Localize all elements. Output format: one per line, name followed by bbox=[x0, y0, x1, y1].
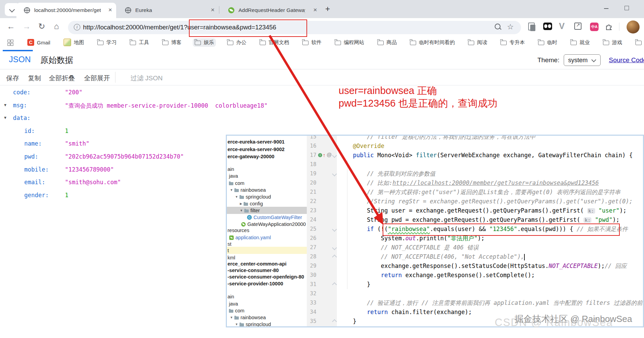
home-button[interactable]: ⌂ bbox=[54, 22, 59, 31]
reload-button[interactable]: ↻ bbox=[38, 22, 45, 31]
copy-button[interactable]: 复制 bbox=[28, 74, 41, 83]
code-line-30[interactable]: return exchange.getResponse().setComplet… bbox=[337, 271, 644, 280]
copy-extension-icon[interactable] bbox=[528, 23, 535, 30]
fold-down-icon[interactable] bbox=[332, 227, 337, 232]
filter-json-input[interactable]: 过滤 JSON bbox=[131, 74, 163, 83]
bookmark-学习[interactable]: 学习 bbox=[95, 38, 119, 47]
bookmark-娱乐[interactable]: 娱乐 bbox=[193, 38, 216, 47]
viewer-tab-raw[interactable]: 原始数据 bbox=[40, 55, 73, 66]
source-code-link[interactable]: Source Code bbox=[609, 56, 644, 64]
tree-item-erce-eureka-server-9001[interactable]: erce-eureka-server-9001 bbox=[228, 138, 285, 145]
profile-avatar[interactable] bbox=[627, 21, 640, 33]
tree-item--service-consumer-openfeign-80[interactable]: -service-consumer-openfeign-80 bbox=[228, 273, 304, 280]
bookmark-阅读[interactable]: 阅读 bbox=[466, 38, 489, 47]
bookmark-办公[interactable]: 办公 bbox=[225, 38, 248, 47]
browser-tab-1[interactable]: localhost:20000/member/get× bbox=[16, 3, 116, 18]
collapse-arrow-icon[interactable]: ▼ bbox=[4, 103, 6, 107]
apps-grid-icon[interactable] bbox=[8, 40, 13, 45]
tree-item-kml[interactable]: kml bbox=[228, 254, 235, 261]
tree-item-st[interactable]: st bbox=[228, 241, 231, 247]
tree-item-springcloud[interactable]: ▼springcloud bbox=[235, 193, 271, 200]
site-info-icon[interactable]: i bbox=[74, 24, 80, 30]
theme-select[interactable]: system bbox=[564, 54, 601, 66]
browser-tab-2[interactable]: Eureka× bbox=[118, 3, 219, 18]
new-tab-button[interactable]: + bbox=[325, 4, 330, 14]
code-line-29[interactable]: exchange.getResponse().setStatusCode(Htt… bbox=[337, 261, 644, 271]
tree-item-CustomGateWayFilter[interactable]: CCustomGateWayFilter bbox=[247, 214, 302, 221]
bookmark-商品[interactable]: 商品 bbox=[375, 38, 399, 47]
translate-extension-icon[interactable]: 中A bbox=[590, 23, 599, 31]
tree-item-erce-gateway-20000[interactable]: erce-gateway-20000 bbox=[228, 153, 274, 160]
collapse-arrow-icon[interactable]: ▼ bbox=[4, 116, 6, 120]
back-button[interactable]: ← bbox=[7, 22, 15, 31]
code-line-16[interactable]: @Override bbox=[337, 141, 644, 151]
tree-item-application.yaml[interactable]: application.yaml bbox=[229, 234, 271, 241]
code-line-17[interactable]: public Mono<Void> filter(ServerWebExchan… bbox=[337, 151, 644, 160]
code-line-21[interactable]: // 第一种方式获得:get("user")返回的是List集合，需要再get(… bbox=[337, 188, 644, 197]
code-line-24[interactable]: String pwd = exchange.getRequest().getQu… bbox=[337, 215, 644, 225]
bookmark-临时[interactable]: 临时 bbox=[536, 38, 559, 47]
tree-item-config[interactable]: ▶config bbox=[240, 200, 263, 207]
v-extension-icon[interactable]: V bbox=[559, 21, 565, 31]
tree-item-rainbowsea[interactable]: ▼rainbowsea bbox=[230, 187, 266, 193]
maximize-button[interactable] bbox=[625, 6, 629, 10]
bookmark-star-icon[interactable]: ☆ bbox=[507, 23, 514, 31]
bookmark-博客[interactable]: 博客 bbox=[160, 38, 183, 47]
code-line-18[interactable] bbox=[337, 160, 644, 169]
save-button[interactable]: 保存 bbox=[6, 74, 19, 83]
fold-down-icon[interactable] bbox=[332, 245, 337, 250]
tree-down-arrow-icon[interactable]: ▼ bbox=[235, 323, 238, 326]
zoom-icon[interactable] bbox=[495, 24, 501, 29]
tree-item-erce-eureka-server-9002[interactable]: erce-eureka-server-9002 bbox=[228, 146, 285, 153]
tree-item-GateWayApplication20000[interactable]: GateWayApplication20000 bbox=[241, 221, 306, 228]
minimize-button[interactable] bbox=[604, 8, 608, 9]
code-line-31[interactable]: } bbox=[337, 280, 644, 289]
bookmark-游戏[interactable]: 游戏 bbox=[601, 38, 624, 47]
tree-down-arrow-icon[interactable]: ▼ bbox=[230, 188, 233, 192]
bookmark-学校[interactable]: 学校 bbox=[633, 38, 644, 47]
tree-item--service-consumer-80[interactable]: -service-consumer-80 bbox=[228, 267, 279, 274]
tree-item-t[interactable]: t bbox=[228, 247, 229, 254]
tree-item-resources[interactable]: resources bbox=[228, 227, 249, 234]
tree-down-arrow-icon[interactable]: ▼ bbox=[240, 209, 243, 212]
bookmark-临时有时间看的[interactable]: 临时有时间看的 bbox=[408, 38, 457, 47]
tree-item-ain[interactable]: ain bbox=[228, 166, 234, 173]
fold-up-icon[interactable] bbox=[332, 282, 337, 287]
tree-item-erce_center-common-api[interactable]: erce_center-common-api bbox=[228, 260, 286, 267]
forward-button[interactable]: → bbox=[23, 22, 31, 31]
tree-item-java[interactable]: java bbox=[229, 300, 238, 307]
goggles-extension-icon[interactable] bbox=[543, 23, 552, 30]
bookmark-编程网站[interactable]: 编程网站 bbox=[333, 38, 366, 47]
tree-item--service-provider-10000[interactable]: -service-provider-10000 bbox=[228, 280, 283, 287]
tree-down-arrow-icon[interactable]: ▼ bbox=[235, 195, 238, 199]
extensions-puzzle-icon[interactable] bbox=[605, 23, 613, 32]
tab-close-icon[interactable]: × bbox=[211, 6, 215, 14]
tree-item-springcloud[interactable]: ▼springcloud bbox=[235, 321, 271, 326]
collapse-all-button[interactable]: 全部折叠 bbox=[49, 74, 75, 83]
tree-item-com[interactable]: com bbox=[229, 180, 244, 187]
fold-down-icon[interactable] bbox=[332, 172, 337, 176]
code-line-15[interactable]: // filter 是核心的方法，将我们的过滤的业务，写在该方法中 bbox=[337, 136, 644, 141]
bookmark-就业[interactable]: 就业 bbox=[568, 38, 592, 47]
tree-right-arrow-icon[interactable]: ▶ bbox=[240, 202, 242, 205]
bookmark-工具[interactable]: 工具 bbox=[128, 38, 151, 47]
tree-down-arrow-icon[interactable]: ▼ bbox=[230, 316, 233, 319]
bookmark-软件[interactable]: 软件 bbox=[300, 38, 324, 47]
bookmark-地图[interactable]: 地图 bbox=[61, 38, 86, 47]
tree-item-rainbowsea[interactable]: ▼rainbowsea bbox=[230, 314, 266, 321]
tab-close-icon[interactable]: × bbox=[313, 6, 317, 14]
code-line-28[interactable]: // NOT_ACCEPTABLE(406, "Not Acceptable")… bbox=[337, 252, 644, 261]
code-line-19[interactable]: // 先获取到对应的参数值 bbox=[337, 169, 644, 178]
tree-item-java[interactable]: java bbox=[229, 173, 238, 179]
code-line-23[interactable]: String user = exchange.getRequest().getQ… bbox=[337, 206, 644, 215]
tree-item-com[interactable]: com bbox=[229, 307, 244, 314]
tree-item-ain[interactable]: ain bbox=[228, 293, 234, 300]
fold-up-icon[interactable] bbox=[332, 255, 337, 259]
expand-all-button[interactable]: 全部展开 bbox=[84, 74, 110, 83]
open-in-new-extension-icon[interactable] bbox=[574, 23, 581, 30]
code-line-33[interactable]: // 验证通过，放行 // 注意需要将前面我们再 application.yam… bbox=[337, 298, 644, 308]
fold-up-icon[interactable] bbox=[332, 319, 337, 324]
code-line-27[interactable]: // NOT_ACCEPTABLE 是 406 错误 bbox=[337, 243, 644, 252]
tree-item-filter[interactable]: ▼filter bbox=[240, 207, 260, 214]
code-line-32[interactable] bbox=[337, 289, 644, 298]
